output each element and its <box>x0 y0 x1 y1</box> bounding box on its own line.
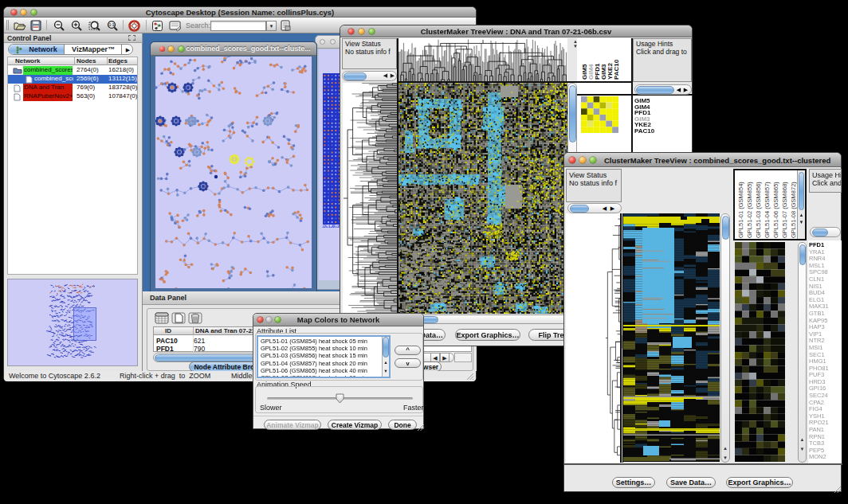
svg-text:1:1: 1:1 <box>109 23 115 27</box>
